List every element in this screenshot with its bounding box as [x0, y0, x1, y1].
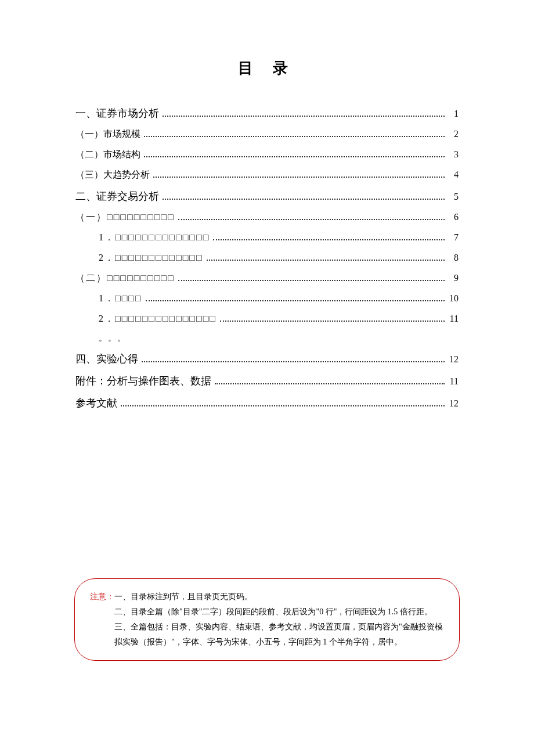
toc-leader-dots: [207, 260, 445, 261]
note-line-3: 三、全篇包括：目录、实验内容、结束语、参考文献，均设置页眉，页眉内容为"金融投资…: [90, 620, 444, 650]
toc-entry-label: 参考文献: [75, 396, 117, 410]
toc-entry: （一）□□□□□□□□□□6: [75, 211, 459, 224]
table-of-contents: 一、证券市场分析1（一）市场规模2（二）市场结构3（三）大趋势分析4二、证券交易…: [75, 106, 459, 410]
toc-leader-dots: [144, 156, 445, 157]
toc-entry-label: 附件：分析与操作图表、数据: [75, 374, 211, 388]
toc-entry: 1．□□□□□□□□□□□□□□7: [75, 232, 459, 244]
toc-entry-page: 2: [448, 129, 459, 139]
toc-leader-dots: [163, 199, 445, 200]
toc-entry: 2．□□□□□□□□□□□□□8: [75, 252, 459, 264]
toc-entry-label: 2．□□□□□□□□□□□□□: [99, 252, 203, 264]
toc-leader-dots: [142, 361, 445, 362]
toc-entry-label: 四、实验心得: [75, 352, 138, 366]
toc-entry-page: 12: [448, 354, 459, 365]
toc-entry-label: （二）□□□□□□□□□□: [75, 272, 175, 285]
toc-leader-dots: [178, 280, 445, 281]
toc-entry-page: 7: [448, 232, 459, 243]
toc-entry: （一）市场规模2: [75, 128, 459, 141]
toc-title: 目 录: [75, 58, 459, 78]
toc-ellipsis: 。。。: [75, 333, 459, 344]
toc-entry: 参考文献12: [75, 396, 459, 410]
note-line-1: 一、目录标注到节，且目录页无页码。: [114, 592, 252, 601]
toc-entry: 二、证券交易分析5: [75, 189, 459, 203]
toc-entry: （三）大趋势分析4: [75, 169, 459, 181]
toc-leader-dots: [163, 116, 445, 117]
toc-leader-dots: [121, 405, 445, 406]
toc-entry-page: 4: [448, 170, 459, 180]
toc-entry-page: 5: [448, 192, 459, 202]
document-page: 目 录 一、证券市场分析1（一）市场规模2（二）市场结构3（三）大趋势分析4二、…: [0, 0, 534, 756]
toc-leader-dots: [146, 300, 445, 301]
toc-leader-dots: [144, 136, 445, 137]
toc-entry-label: 1．□□□□: [99, 293, 142, 305]
toc-leader-dots: [215, 383, 445, 384]
toc-entry-label: （三）大趋势分析: [75, 169, 150, 181]
toc-entry: （二）□□□□□□□□□□9: [75, 272, 459, 285]
note-line-2: 二、目录全篇（除"目录"二字）段间距的段前、段后设为"0 行"，行间距设为 1.…: [90, 604, 444, 620]
toc-leader-dots: [213, 239, 445, 240]
content-area: 目 录 一、证券市场分析1（一）市场规模2（二）市场结构3（三）大趋势分析4二、…: [75, 58, 459, 418]
toc-entry-label: 1．□□□□□□□□□□□□□□: [99, 232, 210, 244]
toc-entry-page: 1: [448, 109, 459, 119]
toc-entry-label: （一）市场规模: [75, 128, 140, 141]
toc-entry-page: 11: [448, 314, 459, 324]
toc-entry-page: 9: [448, 273, 459, 283]
note-box-wrap: 注意：一、目录标注到节，且目录页无页码。 二、目录全篇（除"目录"二字）段间距的…: [74, 578, 460, 661]
note-box: 注意：一、目录标注到节，且目录页无页码。 二、目录全篇（除"目录"二字）段间距的…: [74, 578, 460, 661]
toc-entry-page: 3: [448, 149, 459, 160]
toc-entry-label: （一）□□□□□□□□□□: [75, 211, 175, 224]
toc-entry-page: 11: [448, 376, 459, 387]
toc-entry: 四、实验心得12: [75, 352, 459, 366]
toc-entry-page: 12: [448, 398, 459, 409]
toc-entry: 2．□□□□□□□□□□□□□□□11: [75, 313, 459, 325]
toc-leader-dots: [220, 321, 445, 322]
toc-entry-page: 10: [448, 293, 459, 304]
toc-entry: （二）市场结构3: [75, 149, 459, 161]
toc-entry-page: 6: [448, 212, 459, 222]
toc-entry: 一、证券市场分析1: [75, 106, 459, 120]
toc-entry-label: 2．□□□□□□□□□□□□□□□: [99, 313, 217, 325]
toc-entry: 附件：分析与操作图表、数据11: [75, 374, 459, 388]
toc-entry-label: 一、证券市场分析: [75, 106, 159, 120]
toc-entry: 1．□□□□10: [75, 293, 459, 305]
toc-leader-dots: [178, 219, 445, 220]
toc-entry-page: 8: [448, 253, 459, 263]
toc-entry-label: 二、证券交易分析: [75, 189, 159, 203]
toc-leader-dots: [153, 177, 445, 178]
note-lead-label: 注意：: [90, 592, 114, 601]
toc-entry-label: （二）市场结构: [75, 149, 140, 161]
